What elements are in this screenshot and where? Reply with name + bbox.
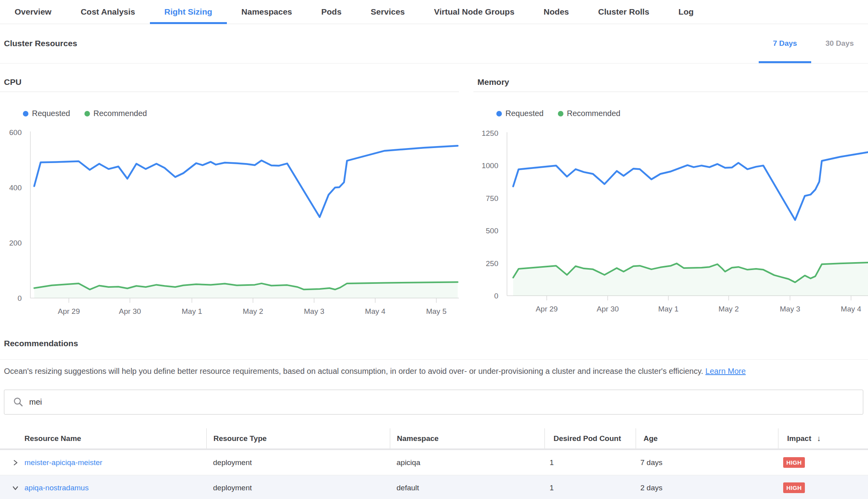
cpu-legend-requested-label: Requested [32, 109, 70, 118]
cpu-legend-recommended-label: Recommended [94, 109, 147, 118]
top-tab-bar: OverviewCost AnalysisRight SizingNamespa… [0, 0, 868, 24]
table-row: apiqa-nostradamusdeploymentdefault12 day… [0, 475, 868, 499]
svg-text:250: 250 [486, 259, 498, 268]
resource-name-link[interactable]: apiqa-nostradamus [24, 484, 89, 492]
search-icon [13, 397, 24, 407]
learn-more-link[interactable]: Learn More [705, 367, 746, 375]
svg-text:May 4: May 4 [841, 305, 861, 313]
svg-text:1250: 1250 [482, 129, 498, 137]
svg-text:May 1: May 1 [181, 307, 202, 315]
resource-type-cell: deployment [206, 450, 390, 475]
tab-overview[interactable]: Overview [0, 0, 66, 24]
range-30-days[interactable]: 30 Days [811, 24, 868, 63]
tab-cost-analysis[interactable]: Cost Analysis [66, 0, 150, 24]
col-desired-pod-count[interactable]: Desired Pod Count [544, 428, 636, 448]
namespace-cell: apiciqa [390, 450, 544, 475]
desired-pod-count-cell: 1 [544, 475, 636, 499]
memory-legend-recommended-label: Recommended [567, 109, 621, 118]
col-resource-name[interactable]: Resource Name [0, 428, 206, 448]
svg-text:May 3: May 3 [304, 307, 324, 315]
cluster-resources-bar: Cluster Resources 7 Days 30 Days [0, 24, 868, 64]
impact-cell: HIGH [778, 450, 868, 475]
svg-text:1000: 1000 [482, 161, 498, 170]
svg-text:0: 0 [494, 292, 498, 300]
svg-text:May 2: May 2 [243, 307, 263, 315]
svg-text:Apr 30: Apr 30 [119, 307, 141, 315]
age-cell: 7 days [636, 450, 778, 475]
table-row: meister-apiciqa-meisterdeploymentapiciqa… [0, 450, 868, 475]
resource-name-cell: meister-apiciqa-meister [0, 450, 206, 475]
svg-text:May 1: May 1 [658, 305, 679, 313]
svg-text:200: 200 [9, 239, 22, 247]
svg-text:May 2: May 2 [718, 305, 739, 313]
range-7-days[interactable]: 7 Days [759, 24, 811, 63]
svg-text:750: 750 [486, 194, 498, 203]
recommended-dot-icon [84, 111, 90, 116]
cpu-line-chart: 0200400600Apr 29Apr 30May 1May 2May 3May… [0, 126, 460, 316]
col-age[interactable]: Age [636, 428, 778, 448]
namespace-cell: default [390, 475, 544, 499]
recommendations-table-body: meister-apiciqa-meisterdeploymentapiciqa… [0, 450, 868, 499]
sort-desc-arrow-icon[interactable]: ↓ [817, 434, 821, 443]
col-impact-label: Impact [787, 434, 811, 443]
tab-log[interactable]: Log [664, 0, 708, 24]
impact-badge: HIGH [783, 482, 805, 493]
recommendations-table-header: Resource Name Resource Type Namespace De… [0, 428, 868, 448]
impact-badge: HIGH [783, 457, 805, 468]
resource-name-link[interactable]: meister-apiciqa-meister [24, 458, 102, 467]
memory-chart-title: Memory [477, 77, 509, 87]
tab-nodes[interactable]: Nodes [529, 0, 584, 24]
cpu-chart-title: CPU [4, 77, 21, 87]
age-cell: 2 days [636, 475, 778, 499]
resource-type-cell: deployment [206, 475, 390, 499]
svg-text:May 4: May 4 [365, 307, 385, 315]
tab-namespaces[interactable]: Namespaces [227, 0, 307, 24]
col-resource-type[interactable]: Resource Type [206, 428, 390, 448]
tab-services[interactable]: Services [356, 0, 419, 24]
memory-legend: Requested Recommended [496, 109, 620, 118]
chevron-down-icon[interactable] [12, 484, 19, 491]
impact-cell: HIGH [778, 475, 868, 499]
cpu-title-divider [0, 92, 459, 92]
tab-pods[interactable]: Pods [307, 0, 356, 24]
memory-line-chart: 025050075010001250Apr 29Apr 30May 1May 2… [473, 126, 868, 316]
desired-pod-count-cell: 1 [544, 450, 636, 475]
svg-text:Apr 29: Apr 29 [536, 305, 558, 313]
cpu-legend: Requested Recommended [23, 109, 147, 118]
right-sizing-page: OverviewCost AnalysisRight SizingNamespa… [0, 0, 868, 499]
memory-legend-requested-label: Requested [505, 109, 544, 118]
svg-text:600: 600 [9, 128, 22, 137]
tab-cluster-rolls[interactable]: Cluster Rolls [584, 0, 664, 24]
tab-virtual-node-groups[interactable]: Virtual Node Groups [419, 0, 529, 24]
cpu-legend-recommended: Recommended [84, 109, 147, 118]
recommendations-text: Ocean's resizing suggestions will help y… [4, 367, 703, 375]
svg-text:500: 500 [486, 227, 498, 235]
memory-legend-requested: Requested [496, 109, 544, 118]
col-namespace[interactable]: Namespace [390, 428, 544, 448]
memory-legend-recommended: Recommended [558, 109, 621, 118]
resource-search-box [4, 390, 863, 415]
recommendations-divider [0, 359, 868, 360]
cluster-resources-title: Cluster Resources [4, 24, 77, 63]
resource-name-cell: apiqa-nostradamus [0, 475, 206, 499]
recommended-dot-icon [558, 111, 563, 116]
search-input[interactable] [28, 397, 863, 407]
chevron-right-icon[interactable] [12, 459, 19, 466]
time-range-toggle: 7 Days 30 Days [759, 24, 868, 63]
cpu-legend-requested: Requested [23, 109, 70, 118]
svg-text:Apr 30: Apr 30 [597, 305, 619, 313]
tab-right-sizing[interactable]: Right Sizing [150, 0, 227, 24]
col-impact[interactable]: Impact ↓ [778, 428, 868, 448]
svg-text:Apr 29: Apr 29 [58, 307, 80, 315]
requested-dot-icon [23, 111, 28, 116]
recommendations-title: Recommendations [4, 339, 78, 348]
svg-text:May 3: May 3 [780, 305, 800, 313]
svg-text:0: 0 [17, 294, 22, 302]
requested-dot-icon [496, 111, 502, 116]
svg-text:May 5: May 5 [426, 307, 447, 315]
svg-text:400: 400 [9, 184, 22, 192]
recommendations-description: Ocean's resizing suggestions will help y… [4, 366, 852, 377]
memory-title-divider [473, 92, 868, 92]
